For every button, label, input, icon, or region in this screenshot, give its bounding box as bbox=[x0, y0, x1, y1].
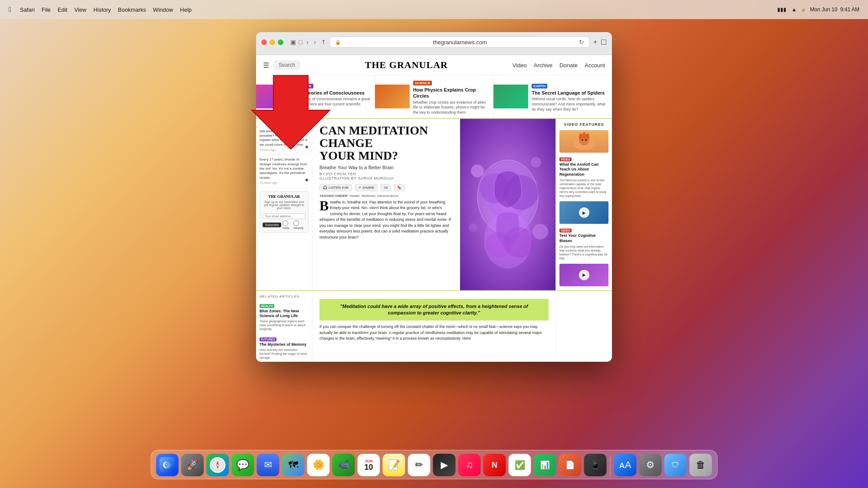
video-1-title: What the Axolotl Can Teach Us About Rege… bbox=[559, 162, 608, 177]
top-article-1-desc: The ...ure of consciousness remains a gr… bbox=[294, 97, 371, 112]
dock-settings[interactable]: ⚙ bbox=[639, 454, 662, 476]
bottom-right bbox=[556, 291, 612, 362]
menubar-file[interactable]: File bbox=[42, 7, 51, 13]
bookmark-button[interactable]: 🔖 bbox=[394, 184, 405, 191]
dock-pages[interactable]: 📄 bbox=[559, 454, 582, 476]
comment-button[interactable]: 18 bbox=[380, 184, 391, 191]
hamburger-menu-icon[interactable]: ☰ bbox=[263, 61, 269, 69]
menubar-view[interactable]: View bbox=[74, 7, 86, 13]
share-icon: ↗ bbox=[358, 186, 361, 190]
svg-point-19 bbox=[585, 139, 587, 141]
left-sidebar: LIVE UPDATES Will time travel ever be po… bbox=[256, 119, 312, 290]
reload-button[interactable]: ↻ bbox=[579, 39, 584, 46]
video-card-axolotl[interactable]: VIDEO What the Axolotl Can Teach Us Abou… bbox=[559, 130, 608, 198]
dock: 🚀 💬 ✉ 🗺 🌼 📹 JUN 10 📝 ✏ ▶ ♫ N ✅ 📊 📄 📱 ᴀA … bbox=[151, 450, 718, 479]
tab-overview-icon[interactable]: □ bbox=[299, 39, 302, 46]
address-bar[interactable]: 🔒 thegranularnews.com ↻ bbox=[329, 36, 590, 48]
macbook-body: ▣ □ ‹ › ⤒ 🔒 thegranularnews.com ↻ bbox=[0, 19, 868, 488]
site-title: THE GRANULAR bbox=[300, 59, 513, 71]
search-button[interactable]: Search bbox=[273, 60, 300, 70]
axolotl-image bbox=[559, 130, 608, 153]
newsletter-weekly-option[interactable]: Weekly bbox=[293, 220, 306, 229]
related-item-2[interactable]: FUTURES The Mysteries of Memory How and … bbox=[260, 334, 309, 360]
related-item-1[interactable]: HEALTH Blue Zones: The New Science of Lo… bbox=[260, 301, 309, 331]
dock-adguard[interactable]: 🛡 bbox=[664, 454, 687, 476]
browser-container: ▣ □ ‹ › ⤒ 🔒 thegranularnews.com ↻ bbox=[256, 32, 612, 362]
right-sidebar: VIDEO FEATURES bbox=[556, 119, 612, 290]
top-article-1[interactable]: SCIENCE ...y Theories of Consciousness T… bbox=[256, 75, 375, 118]
dock-photos[interactable]: 🌼 bbox=[307, 454, 330, 476]
dock-reminders[interactable]: ✅ bbox=[509, 454, 531, 476]
dock-facetime[interactable]: 📹 bbox=[332, 454, 355, 476]
nav-video[interactable]: Video bbox=[513, 62, 527, 69]
top-article-1-tag: SCIENCE bbox=[294, 84, 313, 88]
website-content: ☰ Search THE GRANULAR Video Archive Dona… bbox=[256, 55, 612, 362]
minimize-button[interactable] bbox=[270, 39, 275, 45]
top-article-2[interactable]: SCIENCE How Physics Explains Crop Circle… bbox=[375, 75, 494, 118]
video-thumb-axolotl[interactable] bbox=[559, 130, 608, 153]
nav-donate[interactable]: Donate bbox=[559, 62, 578, 69]
svg-point-24 bbox=[211, 458, 225, 472]
dock-notes[interactable]: 📝 bbox=[383, 454, 405, 476]
menubar-history[interactable]: History bbox=[93, 7, 111, 13]
maximize-button[interactable] bbox=[278, 39, 283, 45]
article-tags: Health, Wellness, Neuroscience bbox=[349, 194, 398, 198]
dock-news[interactable]: N bbox=[483, 454, 506, 476]
dock-iphone-mirror[interactable]: 📱 bbox=[584, 454, 607, 476]
nav-archive[interactable]: Archive bbox=[534, 62, 552, 69]
related-articles-header: RELATED ARTICLES bbox=[260, 295, 309, 298]
dock-launchpad[interactable]: 🚀 bbox=[181, 454, 204, 476]
newsletter-daily-option[interactable]: Daily bbox=[283, 220, 292, 229]
sidebar-toggle-icon[interactable]: ▣ bbox=[290, 39, 296, 46]
top-article-2-tag: SCIENCE bbox=[413, 81, 432, 85]
video-card-cognitive[interactable]: ▶ VIDEO Test Your Cognitive Biases Do yo… bbox=[559, 201, 608, 260]
menubar-edit[interactable]: Edit bbox=[58, 7, 67, 13]
close-button[interactable] bbox=[261, 39, 267, 45]
search-icon[interactable]: ⌕ bbox=[802, 7, 805, 13]
video-thumb-dark[interactable]: ▶ bbox=[559, 264, 608, 286]
dock-appstore[interactable]: ᴀA bbox=[614, 454, 637, 476]
listen-button[interactable]: 🎧 LISTEN 4:08 bbox=[319, 184, 352, 191]
nav-account[interactable]: Account bbox=[585, 62, 605, 69]
menubar-help[interactable]: Help bbox=[180, 7, 192, 13]
live-item-1[interactable]: Will time travel ever be possible? Five … bbox=[260, 129, 309, 155]
url-text: thegranularnews.com bbox=[344, 39, 576, 46]
play-button-2[interactable]: ▶ bbox=[579, 207, 589, 218]
dock-music[interactable]: ♫ bbox=[458, 454, 481, 476]
forward-button[interactable]: › bbox=[312, 38, 318, 46]
newsletter-email-input[interactable] bbox=[263, 213, 306, 219]
menubar-safari[interactable]: Safari bbox=[20, 7, 35, 13]
video-thumb-cognitive[interactable]: ▶ bbox=[559, 201, 608, 224]
dock-trash[interactable]: 🗑 bbox=[690, 454, 712, 476]
related-2-desc: How and why are memories formed? Probing… bbox=[260, 348, 309, 360]
lock-icon: 🔒 bbox=[335, 39, 341, 45]
tab-switcher-button[interactable]: ☐ bbox=[601, 38, 607, 46]
video-card-dark[interactable]: ▶ VIDEO What Exactly is Dark bbox=[559, 264, 608, 290]
dock-appletv[interactable]: ▶ bbox=[433, 454, 456, 476]
dock-maps[interactable]: 🗺 bbox=[282, 454, 305, 476]
dock-messages[interactable]: 💬 bbox=[232, 454, 254, 476]
top-article-3[interactable]: EARTH The Secret Language of Spiders Wit… bbox=[493, 75, 612, 118]
top-article-3-text: EARTH The Secret Language of Spiders Wit… bbox=[528, 79, 612, 115]
dock-calendar[interactable]: JUN 10 bbox=[358, 454, 380, 476]
menubar-bookmarks[interactable]: Bookmarks bbox=[118, 7, 146, 13]
back-button[interactable]: ‹ bbox=[305, 38, 310, 46]
dock-mail[interactable]: ✉ bbox=[257, 454, 279, 476]
new-tab-button[interactable]: + bbox=[593, 38, 597, 46]
share-icon[interactable]: ⤒ bbox=[321, 39, 326, 46]
play-button-3[interactable]: ▶ bbox=[579, 270, 589, 280]
dock-safari[interactable] bbox=[207, 454, 229, 476]
share-button[interactable]: ↗ SHARE bbox=[355, 184, 378, 191]
video-2-tag: VIDEO bbox=[559, 229, 572, 233]
dock-numbers[interactable]: 📊 bbox=[534, 454, 556, 476]
browser-titlebar: ▣ □ ‹ › ⤒ 🔒 thegranularnews.com ↻ bbox=[261, 36, 607, 48]
dock-freeform[interactable]: ✏ bbox=[408, 454, 431, 476]
dock-finder[interactable] bbox=[156, 454, 179, 476]
menubar-window[interactable]: Window bbox=[153, 7, 173, 13]
article-illustration-credit: ILLUSTRATION BY SARAH MURGUIA bbox=[319, 176, 453, 180]
live-item-2[interactable]: Every 17 years, broods of strange creatu… bbox=[260, 157, 309, 188]
newsletter-subscribe-button[interactable]: Subscribe bbox=[263, 223, 281, 227]
apple-logo-icon[interactable]:  bbox=[9, 6, 11, 13]
dock-separator bbox=[610, 457, 611, 476]
svg-point-10 bbox=[531, 157, 541, 167]
